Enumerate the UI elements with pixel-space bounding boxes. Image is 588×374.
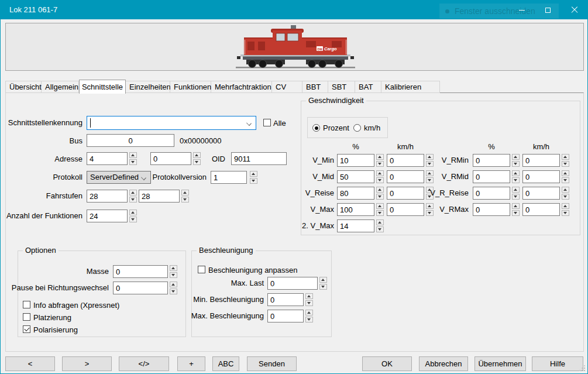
fahrstufen-spinner-1[interactable] <box>129 190 137 203</box>
vreise-kmh-input[interactable] <box>387 187 424 200</box>
funktionen-spinner[interactable] <box>129 210 137 222</box>
vrmid-kmh-spinner[interactable] <box>562 170 569 183</box>
spin-up-icon[interactable] <box>562 154 569 160</box>
pause-spinner[interactable] <box>170 282 177 294</box>
tab-cv[interactable]: CV <box>272 81 302 93</box>
spin-up-icon[interactable] <box>250 171 257 177</box>
tab-funktionen[interactable]: Funktionen <box>170 81 211 93</box>
spin-up-icon[interactable] <box>193 152 201 158</box>
vrreise-kmh-input[interactable] <box>522 187 560 200</box>
spin-up-icon[interactable] <box>512 187 520 193</box>
next-button[interactable]: > <box>62 356 112 371</box>
vmin-kmh-input[interactable] <box>387 154 424 167</box>
max-last-input[interactable] <box>267 277 318 290</box>
vmid-kmh-spinner[interactable] <box>426 170 434 183</box>
protokollversion-spinner[interactable] <box>250 171 257 184</box>
fahrstufen-input-1[interactable] <box>87 190 128 203</box>
vrmin-percent-spinner[interactable] <box>512 154 520 167</box>
vmax2-percent-spinner[interactable] <box>376 219 384 232</box>
vrmin-kmh-input[interactable] <box>522 154 560 167</box>
vmid-percent-spinner[interactable] <box>376 170 384 183</box>
adresse-input-1[interactable] <box>87 152 128 165</box>
spin-down-icon[interactable] <box>562 161 569 167</box>
spin-up-icon[interactable] <box>376 203 384 209</box>
vrmid-percent-spinner[interactable] <box>512 170 520 183</box>
funktionen-input[interactable] <box>87 210 128 222</box>
spin-down-icon[interactable] <box>562 177 569 183</box>
tab-uebersicht[interactable]: Übersicht <box>5 81 42 93</box>
vrmid-percent-input[interactable] <box>473 170 510 183</box>
max-last-spinner[interactable] <box>319 277 327 290</box>
hilfe-button[interactable]: Hilfe <box>532 356 583 371</box>
spin-up-icon[interactable] <box>305 310 313 315</box>
tab-kalibrieren[interactable]: Kalibrieren <box>381 81 440 93</box>
spin-down-icon[interactable] <box>193 159 201 165</box>
max-besch-input[interactable] <box>267 310 304 322</box>
close-button[interactable] <box>561 1 587 19</box>
spin-up-icon[interactable] <box>129 152 137 158</box>
vreise-kmh-spinner[interactable] <box>426 187 434 200</box>
spin-up-icon[interactable] <box>376 154 384 160</box>
min-besch-spinner[interactable] <box>305 293 313 306</box>
spin-down-icon[interactable] <box>181 197 189 203</box>
resize-grip[interactable] <box>579 365 585 371</box>
spin-down-icon[interactable] <box>426 210 434 216</box>
spin-up-icon[interactable] <box>376 187 384 193</box>
fahrstufen-input-2[interactable] <box>139 190 180 203</box>
vmid-kmh-input[interactable] <box>387 170 424 183</box>
chevron-down-icon[interactable] <box>246 121 252 126</box>
platzierung-checkbox[interactable] <box>23 313 30 321</box>
vrmid-kmh-input[interactable] <box>522 170 560 183</box>
spin-down-icon[interactable] <box>376 177 384 183</box>
polarisierung-checkbox[interactable] <box>23 325 30 333</box>
spin-down-icon[interactable] <box>426 194 434 200</box>
info-abfragen-checkbox[interactable] <box>23 301 30 308</box>
bus-input[interactable] <box>87 134 174 147</box>
max-besch-spinner[interactable] <box>305 310 313 322</box>
spin-up-icon[interactable] <box>426 187 434 193</box>
masse-spinner[interactable] <box>170 265 177 278</box>
spin-up-icon[interactable] <box>305 293 313 299</box>
vrreise-percent-spinner[interactable] <box>512 187 520 200</box>
vmax2-percent-input[interactable] <box>337 219 374 232</box>
tab-einzelheiten[interactable]: Einzelheiten <box>126 81 170 93</box>
adresse-input-2[interactable] <box>150 152 191 165</box>
protokollversion-input[interactable] <box>211 171 247 184</box>
tab-mehrfachtraktion[interactable]: Mehrfachtraktion <box>211 81 272 93</box>
spin-up-icon[interactable] <box>129 210 137 215</box>
spin-down-icon[interactable] <box>376 161 384 167</box>
spin-up-icon[interactable] <box>512 170 520 176</box>
spin-down-icon[interactable] <box>170 289 177 294</box>
ok-button[interactable]: OK <box>362 356 412 371</box>
oid-input[interactable] <box>231 152 287 165</box>
protokoll-dropdown[interactable]: ServerDefined <box>87 171 151 184</box>
spin-up-icon[interactable] <box>170 265 177 271</box>
spin-down-icon[interactable] <box>250 178 257 184</box>
spin-down-icon[interactable] <box>426 177 434 183</box>
spin-down-icon[interactable] <box>512 194 520 200</box>
vmax-kmh-spinner[interactable] <box>426 203 434 216</box>
spin-up-icon[interactable] <box>562 203 569 209</box>
spin-down-icon[interactable] <box>129 159 137 165</box>
vrmin-percent-input[interactable] <box>473 154 510 167</box>
vmax-kmh-input[interactable] <box>387 203 424 216</box>
spin-up-icon[interactable] <box>426 203 434 209</box>
code-button[interactable]: </> <box>119 356 169 371</box>
uebernehmen-button[interactable]: Übernehmen <box>474 356 526 371</box>
maximize-button[interactable] <box>535 1 561 19</box>
abbrechen-button[interactable]: Abbrechen <box>419 356 468 371</box>
spin-up-icon[interactable] <box>319 277 327 283</box>
vmin-percent-spinner[interactable] <box>376 154 384 167</box>
tab-bbt[interactable]: BBT <box>302 81 328 93</box>
spin-down-icon[interactable] <box>562 210 569 216</box>
vrmin-kmh-spinner[interactable] <box>562 154 569 167</box>
vmax-percent-input[interactable] <box>337 203 374 216</box>
vrmax-kmh-input[interactable] <box>522 203 560 216</box>
vmid-percent-input[interactable] <box>337 170 374 183</box>
fahrstufen-spinner-2[interactable] <box>181 190 189 203</box>
adresse-spinner-1[interactable] <box>129 152 137 165</box>
vmin-percent-input[interactable] <box>337 154 374 167</box>
spin-up-icon[interactable] <box>376 170 384 176</box>
prev-button[interactable]: < <box>5 356 55 371</box>
spin-up-icon[interactable] <box>376 219 384 225</box>
